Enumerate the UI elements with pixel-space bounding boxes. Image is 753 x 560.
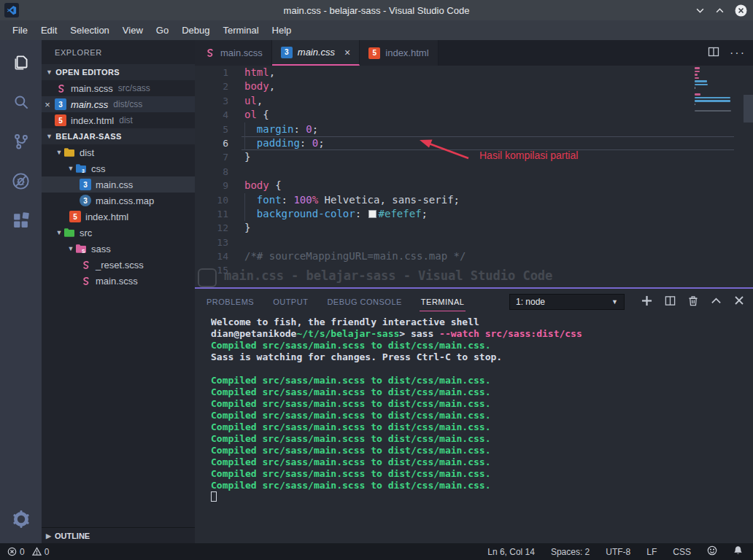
menu-terminal[interactable]: Terminal <box>216 22 265 39</box>
menu-edit[interactable]: Edit <box>34 22 63 39</box>
code-line-15: 15 <box>195 263 753 277</box>
explorer-sidebar: EXPLORER ▼ OPEN EDITORS main.scsssrc/sas… <box>42 40 195 543</box>
sass-file-icon <box>80 275 91 287</box>
feedback-smiley-icon[interactable] <box>707 545 717 558</box>
status-item-utf-8[interactable]: UTF-8 <box>606 547 630 557</box>
minimize-button[interactable] <box>695 6 705 15</box>
code-line-2: 2body, <box>195 79 753 93</box>
open-editors-header[interactable]: ▼ OPEN EDITORS <box>42 64 195 80</box>
terminal-line: Compiled src/sass/main.scss to dist/css/… <box>211 433 746 445</box>
source-control-icon[interactable] <box>4 125 39 158</box>
code-line-10: 10 font: 100% Helvetica, sans-serif; <box>195 193 753 207</box>
color-swatch <box>368 210 376 218</box>
maximize-panel-icon[interactable] <box>711 295 722 308</box>
tree-item-css[interactable]: ▼3css <box>42 160 195 176</box>
menu-selection[interactable]: Selection <box>63 22 115 39</box>
tree-item-sass[interactable]: ▼Ssass <box>42 241 195 257</box>
warnings-indicator[interactable]: 0 <box>32 547 50 557</box>
close-panel-icon[interactable] <box>734 295 744 308</box>
terminal-line: Compiled src/sass/main.scss to dist/css/… <box>211 456 746 468</box>
debug-icon[interactable] <box>4 164 39 198</box>
open-editor-index.html[interactable]: 5index.htmldist <box>42 112 195 128</box>
close-icon[interactable]: × <box>42 99 53 110</box>
panel-tab-problems[interactable]: PROBLEMS <box>205 293 255 311</box>
tab-index.html[interactable]: 5index.html <box>360 40 438 66</box>
code-line-7: 7} <box>195 150 753 164</box>
menu-go[interactable]: Go <box>150 22 175 39</box>
menu-file[interactable]: File <box>6 22 34 39</box>
settings-gear-icon[interactable] <box>4 502 39 536</box>
tree-item-_reset.scss[interactable]: _reset.scss <box>42 257 195 273</box>
terminal-select[interactable]: 1: node▼ <box>509 294 625 310</box>
terminal-line: Compiled src/sass/main.scss to dist/css/… <box>211 386 746 398</box>
minimap[interactable] <box>690 67 743 198</box>
terminal-line: Compiled src/sass/main.scss to dist/css/… <box>211 421 746 433</box>
terminal-line: Compiled src/sass/main.scss to dist/css/… <box>211 480 746 491</box>
code-line-5: 5 margin: 0; <box>195 122 753 136</box>
bottom-panel: PROBLEMSOUTPUTDEBUG CONSOLETERMINAL 1: n… <box>195 287 753 543</box>
sidebar-title: EXPLORER <box>42 40 195 64</box>
close-button[interactable] <box>735 4 747 17</box>
maximize-button[interactable] <box>715 6 725 15</box>
split-editor-icon[interactable] <box>708 46 719 61</box>
tree-item-src[interactable]: ▼src <box>42 225 195 241</box>
terminal-output[interactable]: Welcome to fish, the friendly interactiv… <box>211 316 746 540</box>
tree-item-index.html[interactable]: 5index.html <box>42 209 195 225</box>
status-item-spaces-2[interactable]: Spaces: 2 <box>551 547 590 557</box>
html-file-icon: 5 <box>55 114 66 126</box>
new-terminal-icon[interactable] <box>641 295 652 309</box>
status-item-lf[interactable]: LF <box>646 547 657 557</box>
editor-scrollbar[interactable] <box>744 95 753 122</box>
explorer-icon[interactable] <box>4 46 39 79</box>
tree-item-main.scss[interactable]: main.scss <box>42 273 195 289</box>
more-actions-icon[interactable]: ··· <box>730 47 746 60</box>
open-editor-main.css[interactable]: ×3main.cssdist/css <box>42 96 195 112</box>
outline-section-header[interactable]: ▶ OUTLINE <box>42 527 195 543</box>
chevron-down-icon: ▼ <box>55 229 63 236</box>
svg-text:S: S <box>82 249 85 254</box>
terminal-line <box>211 491 746 503</box>
tree-item-dist[interactable]: ▼dist <box>42 144 195 160</box>
status-item-ln-6-col-14[interactable]: Ln 6, Col 14 <box>487 547 535 557</box>
notifications-bell-icon[interactable] <box>733 545 743 558</box>
folder-icon: S <box>75 243 87 254</box>
terminal-line: Compiled src/sass/main.scss to dist/css/… <box>211 340 746 351</box>
panel-tab-debug-console[interactable]: DEBUG CONSOLE <box>325 293 403 311</box>
code-line-3: 3ul, <box>195 94 753 108</box>
chevron-right-icon: ▶ <box>46 532 51 540</box>
menu-bar: FileEditSelectionViewGoDebugTerminalHelp <box>0 20 753 40</box>
code-editor[interactable]: main.css - belajar-sass - Visual Studio … <box>195 66 753 287</box>
terminal-line: Welcome to fish, the friendly interactiv… <box>211 316 746 328</box>
extensions-icon[interactable] <box>4 203 39 237</box>
tab-main.css[interactable]: 3main.css× <box>272 40 360 66</box>
code-line-13: 13 <box>195 236 753 249</box>
html-file-icon: 5 <box>368 47 380 59</box>
project-section-header[interactable]: ▼ BELAJAR-SASS <box>42 128 195 144</box>
window-title: main.css - belajar-sass - Visual Studio … <box>0 5 753 16</box>
open-editor-main.scss[interactable]: main.scsssrc/sass <box>42 80 195 96</box>
errors-indicator[interactable]: 0 <box>7 547 25 557</box>
kill-terminal-icon[interactable] <box>688 295 698 309</box>
terminal-line: Compiled src/sass/main.scss to dist/css/… <box>211 468 746 480</box>
search-icon[interactable] <box>4 85 39 119</box>
terminal-line: Compiled src/sass/main.scss to dist/css/… <box>211 410 746 421</box>
panel-tab-terminal[interactable]: TERMINAL <box>420 293 466 311</box>
status-item-css[interactable]: CSS <box>673 547 691 557</box>
vscode-window: main.css - belajar-sass - Visual Studio … <box>0 0 753 560</box>
tree-item-main.css.map[interactable]: 3main.css.map <box>42 192 195 209</box>
title-bar: main.css - belajar-sass - Visual Studio … <box>0 0 753 20</box>
tab-main.scss[interactable]: main.scss <box>195 40 272 66</box>
terminal-line: Compiled src/sass/main.scss to dist/css/… <box>211 445 746 456</box>
menu-debug[interactable]: Debug <box>175 22 216 39</box>
close-tab-icon[interactable]: × <box>344 47 350 58</box>
folder-icon <box>63 227 75 238</box>
code-line-4: 4ol { <box>195 108 753 122</box>
menu-help[interactable]: Help <box>266 22 298 39</box>
terminal-line: Compiled src/sass/main.scss to dist/css/… <box>211 375 746 386</box>
tree-item-main.css[interactable]: 3main.css <box>42 176 195 192</box>
panel-tab-output[interactable]: OUTPUT <box>271 293 309 311</box>
code-line-1: 1html, <box>195 66 753 79</box>
split-terminal-icon[interactable] <box>665 295 676 309</box>
code-line-9: 9body { <box>195 179 753 192</box>
menu-view[interactable]: View <box>116 22 150 39</box>
